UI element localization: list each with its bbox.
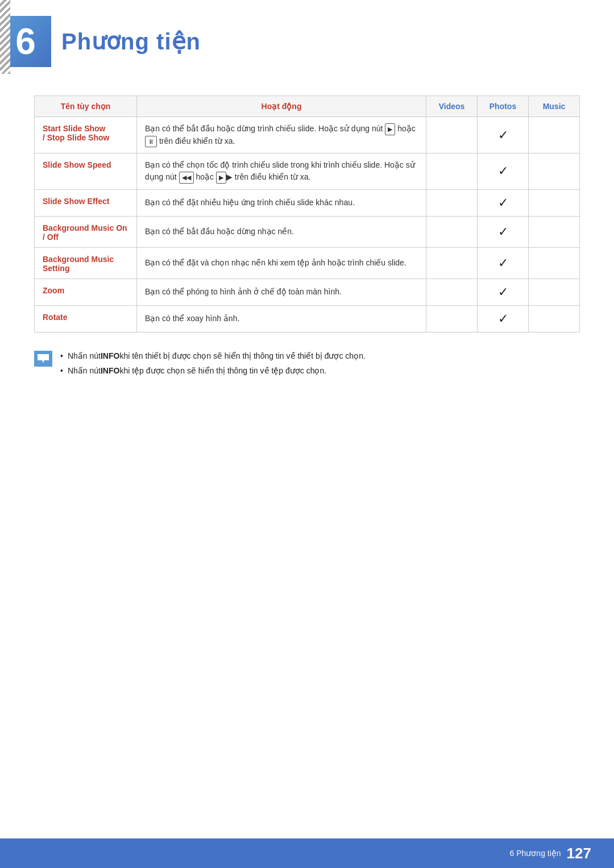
option-desc-cell: Bạn có thể bắt đầu hoặc dừng trình chiếu… [137, 117, 426, 153]
note-icon [34, 351, 52, 367]
videos-check-cell [426, 117, 478, 153]
table-row: ZoomBạn có thể phóng to hình ảnh ở chế đ… [35, 279, 580, 305]
table-row: Slide Show EffectBạn có thể đặt nhiều hi… [35, 189, 580, 216]
footer: 6 Phương tiện 127 [0, 838, 614, 868]
footer-chapter-label: 6 Phương tiện [510, 849, 561, 858]
photos-check-cell: ✓ [478, 305, 529, 332]
option-desc-cell: Bạn có thể xoay hình ảnh. [137, 305, 426, 332]
header-name: Tên tùy chọn [35, 96, 137, 117]
photos-check-cell: ✓ [478, 189, 529, 216]
note-item: Nhấn nút INFO khi tệp được chọn sẽ hiển … [60, 364, 366, 377]
header-music: Music [529, 96, 580, 117]
table-row: Background Music On/ OffBạn có thể bắt đ… [35, 216, 580, 247]
photos-check-cell: ✓ [478, 216, 529, 247]
videos-check-cell [426, 153, 478, 190]
videos-check-cell [426, 247, 478, 279]
table-row: Slide Show SpeedBạn có thể chọn tốc độ t… [35, 153, 580, 190]
music-check-cell [529, 247, 580, 279]
videos-check-cell [426, 189, 478, 216]
header-photos: Photos [478, 96, 529, 117]
music-check-cell [529, 153, 580, 190]
photos-check-cell: ✓ [478, 117, 529, 153]
footer-page-number: 127 [567, 845, 591, 862]
chapter-number: 6 [15, 23, 36, 60]
music-check-cell [529, 216, 580, 247]
note-text: Nhấn nút INFO khi tên thiết bị được chọn… [60, 350, 366, 380]
music-check-cell [529, 279, 580, 305]
option-desc-cell: Bạn có thể đặt và chọn nhạc nền khi xem … [137, 247, 426, 279]
videos-check-cell [426, 279, 478, 305]
music-check-cell [529, 189, 580, 216]
table-row: Background Music SettingBạn có thể đặt v… [35, 247, 580, 279]
note-section: Nhấn nút INFO khi tên thiết bị được chọn… [34, 350, 580, 380]
table-row: RotateBạn có thể xoay hình ảnh.✓ [35, 305, 580, 332]
option-desc-cell: Bạn có thể bắt đầu hoặc dừng nhạc nền. [137, 216, 426, 247]
note-icon-shape [38, 354, 49, 363]
option-name-cell: Slide Show Speed [35, 153, 137, 190]
option-name-cell: Background Music On/ Off [35, 216, 137, 247]
note-item: Nhấn nút INFO khi tên thiết bị được chọn… [60, 350, 366, 362]
photos-check-cell: ✓ [478, 279, 529, 305]
option-desc-cell: Bạn có thể chọn tốc độ trình chiếu slide… [137, 153, 426, 190]
table-row: Start Slide Show/ Stop Slide ShowBạn có … [35, 117, 580, 153]
main-content: Tên tùy chọn Hoạt động Videos Photos Mus… [0, 95, 614, 425]
options-table: Tên tùy chọn Hoạt động Videos Photos Mus… [34, 95, 580, 333]
chapter-header: 6 Phương tiện [0, 0, 614, 78]
decorative-stripe [0, 0, 10, 74]
option-name-cell: Slide Show Effect [35, 189, 137, 216]
option-name-cell: Start Slide Show/ Stop Slide Show [35, 117, 137, 153]
option-name-cell: Zoom [35, 279, 137, 305]
table-header-row: Tên tùy chọn Hoạt động Videos Photos Mus… [35, 96, 580, 117]
option-desc-cell: Bạn có thể phóng to hình ảnh ở chế độ to… [137, 279, 426, 305]
header-action: Hoạt động [137, 96, 426, 117]
photos-check-cell: ✓ [478, 247, 529, 279]
option-name-cell: Background Music Setting [35, 247, 137, 279]
videos-check-cell [426, 216, 478, 247]
option-name-cell: Rotate [35, 305, 137, 332]
photos-check-cell: ✓ [478, 153, 529, 190]
chapter-title: Phương tiện [61, 28, 201, 55]
music-check-cell [529, 305, 580, 332]
music-check-cell [529, 117, 580, 153]
header-videos: Videos [426, 96, 478, 117]
videos-check-cell [426, 305, 478, 332]
option-desc-cell: Bạn có thể đặt nhiều hiệu ứng trình chiế… [137, 189, 426, 216]
